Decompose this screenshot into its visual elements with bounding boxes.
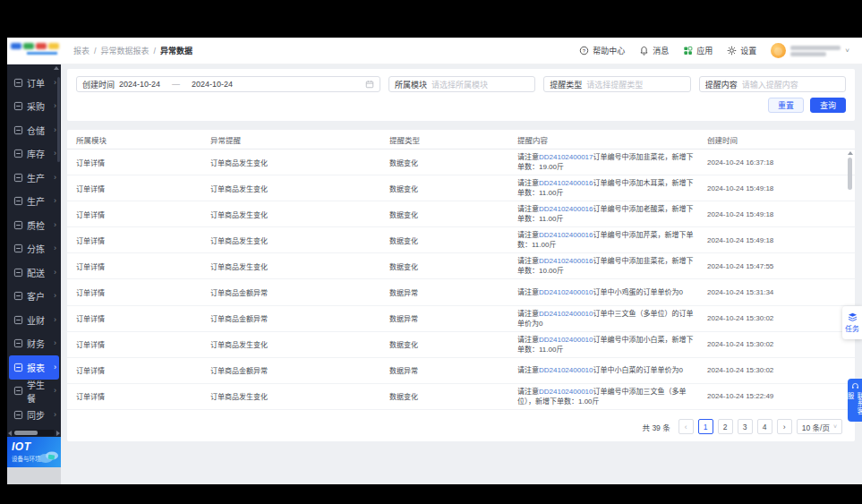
settings-button[interactable]: 设置 <box>727 45 756 56</box>
cell-module: 订单详情 <box>76 184 210 193</box>
data-table-card: 所属模块 异常提醒 提醒类型 提醒内容 创建时间 订单详情订单商品发生变化数据变… <box>67 130 855 441</box>
date-from-value[interactable]: 2024-10-24 <box>119 80 160 89</box>
messages-button[interactable]: 消息 <box>639 45 669 56</box>
sidebar-item-sync[interactable]: 同步› <box>7 403 61 427</box>
cell-type: 数据变化 <box>389 339 517 349</box>
pagination-total: 共 39 条 <box>643 422 670 432</box>
task-layers-icon <box>848 312 858 321</box>
help-center-button[interactable]: ? 帮助中心 <box>579 45 625 56</box>
sidebar-item-report[interactable]: 报表› <box>9 355 59 380</box>
order-number-link[interactable]: DD24102400016 <box>539 179 593 187</box>
table-row: 订单详情订单商品发生变化数据变化请注意DD24102400016订单编号中添加木… <box>67 175 855 201</box>
user-menu[interactable]: ˅ <box>771 43 849 58</box>
cell-content: 请注意DD24102400010订单编号中添加小白菜，新增下单数：11.00斤 <box>517 335 707 355</box>
content-prefix: 请注意 <box>517 366 539 374</box>
page-button-2[interactable]: 2 <box>718 419 733 434</box>
table-row: 订单详情订单商品金额异常数据异常请注意DD24102400010订单中小白菜的订… <box>67 358 855 384</box>
date-range-picker[interactable]: 创建时间 2024-10-24 — 2024-10-24 <box>76 76 380 92</box>
order-number-link[interactable]: DD24102400016 <box>539 257 593 265</box>
order-number-link[interactable]: DD24102400010 <box>539 336 593 344</box>
sidebar-item-label: 分拣 <box>27 242 45 255</box>
reminder-type-placeholder: 请选择提醒类型 <box>586 79 643 90</box>
sidebar-scroll-up-icon[interactable] <box>54 66 59 70</box>
top-header: 报表 / 异常数据报表 / 异常数据 ? 帮助中心 消息 应用 <box>7 38 862 64</box>
cell-content: 请注意DD24102400016订单编号中添加韭菜花，新增下单数：10.00斤 <box>517 256 707 276</box>
query-button[interactable]: 查询 <box>810 98 846 113</box>
table-scrollbar[interactable] <box>847 151 853 413</box>
sidebar-item-label: 库存 <box>27 147 45 160</box>
hscroll-thumb[interactable] <box>14 431 38 435</box>
date-to-value[interactable]: 2024-10-24 <box>192 80 233 89</box>
calendar-icon <box>365 80 374 89</box>
reminder-type-label: 提醒类型 <box>550 79 582 90</box>
breadcrumb-item[interactable]: 报表 <box>73 45 90 56</box>
content-prefix: 请注意 <box>517 288 539 296</box>
cell-type: 数据变化 <box>389 235 517 245</box>
inventory-icon <box>13 149 23 158</box>
header-actions: ? 帮助中心 消息 应用 设置 ˅ <box>579 43 862 58</box>
scroll-left-icon[interactable] <box>8 431 12 436</box>
scroll-up-icon[interactable] <box>848 151 853 155</box>
order-number-link[interactable]: DD24102400016 <box>539 205 593 213</box>
sidebar-item-inventory[interactable]: 库存› <box>7 142 61 167</box>
sidebar-item-quality[interactable]: 质检› <box>7 213 61 237</box>
scroll-right-icon[interactable] <box>56 431 60 436</box>
breadcrumb-current: 异常数据 <box>160 45 192 56</box>
sidebar-item-delivery[interactable]: 配送› <box>7 261 61 285</box>
cell-type: 数据变化 <box>389 391 517 401</box>
cell-time: 2024-10-24 15:49:18 <box>707 210 846 218</box>
chevron-right-icon: › <box>54 197 56 205</box>
order-number-link[interactable]: DD24102400010 <box>539 310 593 318</box>
quality-icon <box>13 220 23 230</box>
cell-alert: 订单商品发生变化 <box>210 209 389 219</box>
sidebar-item-order[interactable]: 订单› <box>7 71 61 95</box>
cell-time: 2024-10-24 15:30:02 <box>707 314 846 322</box>
order-number-link[interactable]: DD24102400017 <box>539 153 593 161</box>
page-size-select[interactable]: 10 条/页 ˅ <box>797 419 842 434</box>
breadcrumb-separator: / <box>94 47 97 56</box>
sidebar-item-production[interactable]: 生产› <box>7 166 61 190</box>
reminder-content-placeholder: 请输入提醒内容 <box>742 79 798 90</box>
sidebar-item-customer[interactable]: 客户› <box>7 285 61 309</box>
task-widget[interactable]: 任务 <box>842 306 862 339</box>
cell-time: 2024-10-24 15:49:18 <box>707 184 846 192</box>
cell-time: 2024-10-24 15:30:02 <box>707 340 846 348</box>
module-select[interactable]: 所属模块 请选择所属模块 <box>388 76 535 92</box>
cell-module: 订单详情 <box>76 287 210 297</box>
sidebar-item-student-meal[interactable]: 学生餐› <box>7 380 61 404</box>
page-button-1[interactable]: 1 <box>698 419 713 434</box>
order-number-link[interactable]: DD24102400010 <box>539 288 593 296</box>
vscroll-thumb[interactable] <box>848 158 852 190</box>
screen: 报表 / 异常数据报表 / 异常数据 ? 帮助中心 消息 应用 <box>0 0 862 504</box>
prev-page-button[interactable]: ‹ <box>679 419 694 434</box>
order-number-link[interactable]: DD24102400010 <box>539 388 593 396</box>
next-page-button[interactable]: › <box>777 419 792 434</box>
sidebar-item-finance[interactable]: 财务› <box>7 332 61 356</box>
page-button-3[interactable]: 3 <box>738 419 753 434</box>
sidebar-item-production[interactable]: 生产› <box>7 190 61 214</box>
table-row: 订单详情订单商品发生变化数据变化请注意DD24102400016订单编号中添加韭… <box>67 253 855 279</box>
sidebar-item-label: 订单 <box>27 76 45 90</box>
sidebar-item-label: 质检 <box>27 218 45 232</box>
order-number-link[interactable]: DD24102400016 <box>539 231 593 239</box>
page-button-4[interactable]: 4 <box>757 419 772 434</box>
app-window: 报表 / 异常数据报表 / 异常数据 ? 帮助中心 消息 应用 <box>7 38 862 484</box>
table-row: 订单详情订单商品发生变化数据变化请注意DD24102400010订单编号中添加小… <box>67 332 855 358</box>
contact-service-widget[interactable]: 联系客服 <box>848 379 862 422</box>
breadcrumb-item[interactable]: 异常数据报表 <box>101 45 149 56</box>
business-finance-icon <box>13 315 23 325</box>
chevron-right-icon: › <box>54 363 56 372</box>
apps-button[interactable]: 应用 <box>683 45 713 56</box>
order-number-link[interactable]: DD24102400010 <box>539 366 593 374</box>
sidebar-item-sorting[interactable]: 分拣› <box>7 237 61 261</box>
reminder-content-input[interactable]: 提醒内容 请输入提醒内容 <box>699 76 846 92</box>
breadcrumb-separator: / <box>154 47 157 56</box>
reset-button[interactable]: 重置 <box>768 98 804 113</box>
sidebar-item-purchase[interactable]: 采购› <box>7 95 61 119</box>
reminder-type-select[interactable]: 提醒类型 请选择提醒类型 <box>543 76 690 92</box>
sidebar-item-warehouse[interactable]: 仓储› <box>7 118 61 142</box>
order-icon <box>13 78 23 88</box>
sidebar-item-business-finance[interactable]: 业财› <box>7 308 61 332</box>
sidebar-horizontal-scrollbar[interactable] <box>7 429 61 437</box>
iot-banner[interactable]: IOT 设备与环境 <box>7 437 61 467</box>
